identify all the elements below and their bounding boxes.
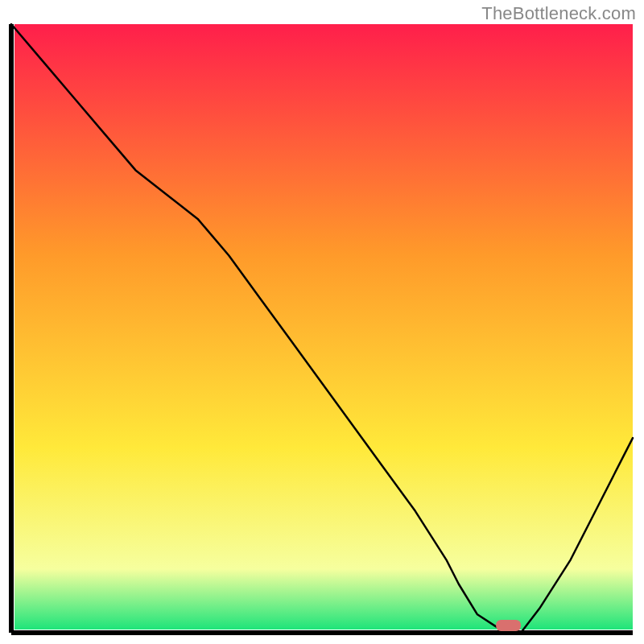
watermark-label: TheBottleneck.com (481, 3, 636, 24)
target-marker (496, 620, 521, 631)
plot-background (14, 24, 633, 630)
chart-plot (0, 0, 644, 644)
chart-container: TheBottleneck.com (0, 0, 644, 644)
